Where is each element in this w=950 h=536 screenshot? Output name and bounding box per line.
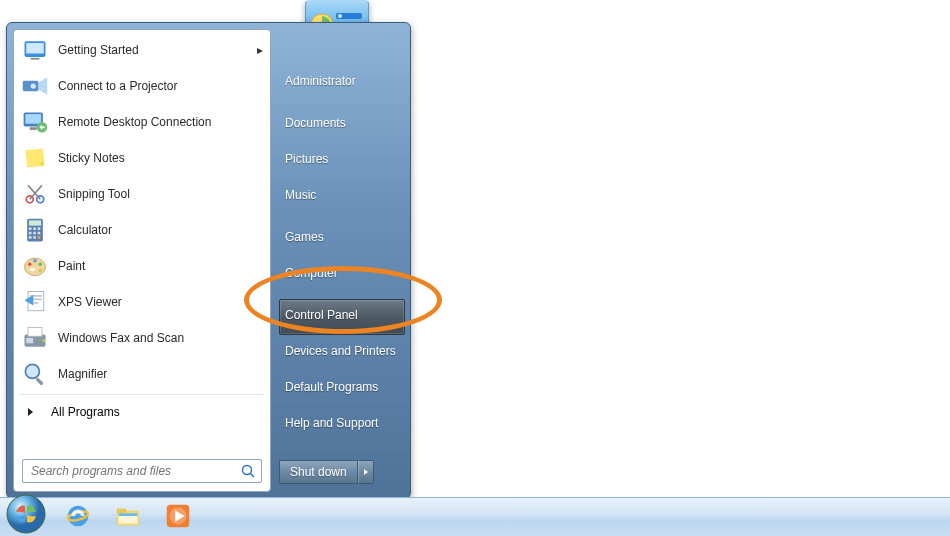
desktop: Getting Started ▸ Connect to a Projector…: [0, 0, 950, 536]
taskbar-pin-media-player[interactable]: [154, 500, 202, 534]
program-label: XPS Viewer: [58, 295, 264, 309]
start-button[interactable]: [4, 492, 48, 536]
shutdown-group: Shut down: [279, 460, 374, 484]
svg-point-55: [7, 495, 45, 533]
calculator-icon: [20, 215, 50, 245]
svg-rect-32: [29, 236, 32, 239]
svg-rect-26: [29, 227, 32, 230]
start-menu-right-pane: Administrator Documents Pictures Music G…: [279, 29, 405, 492]
media-player-icon: [163, 501, 193, 534]
svg-point-37: [33, 259, 37, 263]
right-item-control-panel[interactable]: Control Panel: [279, 299, 405, 335]
search-icon: [240, 463, 256, 479]
svg-point-49: [39, 339, 42, 342]
all-programs[interactable]: All Programs: [14, 397, 270, 427]
program-fax-scan[interactable]: Windows Fax and Scan: [14, 320, 270, 356]
svg-line-22: [30, 185, 42, 199]
remote-desktop-icon: [20, 107, 50, 137]
right-item-games[interactable]: Games: [279, 221, 405, 257]
svg-point-5: [338, 14, 342, 18]
right-item-help-support[interactable]: Help and Support: [279, 407, 405, 443]
svg-rect-30: [33, 232, 36, 235]
svg-rect-52: [35, 377, 44, 386]
program-list: Getting Started ▸ Connect to a Projector…: [14, 30, 270, 427]
program-label: Calculator: [58, 223, 264, 237]
search-input[interactable]: [22, 459, 262, 483]
sticky-notes-icon: [20, 143, 50, 173]
program-magnifier[interactable]: Magnifier: [14, 356, 270, 392]
program-connect-projector[interactable]: Connect to a Projector: [14, 68, 270, 104]
svg-point-12: [31, 83, 36, 88]
right-item-music[interactable]: Music: [279, 179, 405, 215]
shutdown-options-button[interactable]: [358, 460, 374, 484]
svg-marker-13: [39, 77, 48, 95]
svg-rect-10: [31, 58, 40, 60]
program-label: Sticky Notes: [58, 151, 264, 165]
svg-rect-61: [119, 513, 138, 516]
svg-point-51: [25, 364, 39, 378]
svg-point-40: [30, 268, 35, 272]
program-label: Getting Started: [58, 43, 256, 57]
right-item-default-programs[interactable]: Default Programs: [279, 371, 405, 407]
getting-started-icon: [20, 35, 50, 65]
program-snipping-tool[interactable]: Snipping Tool: [14, 176, 270, 212]
svg-rect-31: [38, 232, 41, 235]
program-xps-viewer[interactable]: XPS Viewer: [14, 284, 270, 320]
projector-icon: [20, 71, 50, 101]
all-programs-label: All Programs: [51, 405, 120, 419]
right-item-administrator[interactable]: Administrator: [279, 65, 405, 101]
svg-point-36: [28, 263, 32, 267]
svg-rect-34: [38, 236, 41, 239]
taskbar: [0, 497, 950, 536]
svg-rect-48: [26, 338, 33, 343]
svg-point-38: [39, 263, 43, 267]
program-sticky-notes[interactable]: Sticky Notes: [14, 140, 270, 176]
svg-point-53: [243, 466, 252, 475]
program-calculator[interactable]: Calculator: [14, 212, 270, 248]
svg-rect-27: [33, 227, 36, 230]
right-item-computer[interactable]: Computer: [279, 257, 405, 293]
svg-rect-25: [29, 220, 41, 225]
svg-line-54: [251, 474, 255, 478]
svg-rect-33: [33, 236, 36, 239]
program-label: Snipping Tool: [58, 187, 264, 201]
submenu-arrow-icon: ▸: [256, 43, 264, 57]
paint-icon: [20, 251, 50, 281]
svg-line-23: [28, 185, 40, 199]
magnifier-icon: [20, 359, 50, 389]
xps-viewer-icon: [20, 287, 50, 317]
program-getting-started[interactable]: Getting Started ▸: [14, 32, 270, 68]
svg-rect-28: [38, 227, 41, 230]
program-label: Paint: [58, 259, 264, 273]
program-label: Remote Desktop Connection: [58, 115, 264, 129]
svg-rect-9: [26, 43, 44, 54]
right-item-devices-printers[interactable]: Devices and Printers: [279, 335, 405, 371]
svg-rect-29: [29, 232, 32, 235]
svg-rect-16: [30, 127, 37, 130]
right-item-documents[interactable]: Documents: [279, 107, 405, 143]
fax-scan-icon: [20, 323, 50, 353]
svg-point-39: [39, 269, 43, 273]
shutdown-button[interactable]: Shut down: [279, 460, 358, 484]
divider: [20, 394, 264, 395]
program-label: Magnifier: [58, 367, 264, 381]
program-remote-desktop[interactable]: Remote Desktop Connection: [14, 104, 270, 140]
chevron-right-icon: [364, 469, 368, 475]
search-container: [22, 459, 262, 483]
svg-point-50: [42, 339, 45, 342]
taskbar-pin-explorer[interactable]: [104, 500, 152, 534]
windows-explorer-icon: [113, 501, 143, 534]
program-label: Windows Fax and Scan: [58, 331, 264, 345]
svg-rect-59: [117, 508, 126, 513]
taskbar-pin-ie[interactable]: [54, 500, 102, 534]
all-programs-arrow-icon: [28, 408, 33, 416]
internet-explorer-icon: [63, 501, 93, 534]
start-menu: Getting Started ▸ Connect to a Projector…: [6, 22, 411, 499]
svg-rect-15: [25, 114, 41, 124]
snipping-tool-icon: [20, 179, 50, 209]
svg-rect-47: [28, 328, 42, 337]
program-paint[interactable]: Paint: [14, 248, 270, 284]
program-label: Connect to a Projector: [58, 79, 264, 93]
right-item-pictures[interactable]: Pictures: [279, 143, 405, 179]
start-menu-left-pane: Getting Started ▸ Connect to a Projector…: [13, 29, 271, 492]
